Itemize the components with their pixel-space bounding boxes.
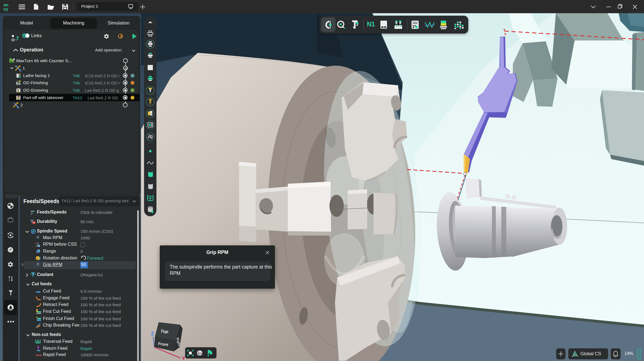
svg-text:Z: Z [151,331,154,337]
svg-text:n: n [37,242,39,245]
svg-text:$: $ [37,257,39,260]
svg-text:v: v [35,245,37,248]
svg-text:Top: Top [160,329,168,334]
svg-text:cy: cy [4,7,8,11]
